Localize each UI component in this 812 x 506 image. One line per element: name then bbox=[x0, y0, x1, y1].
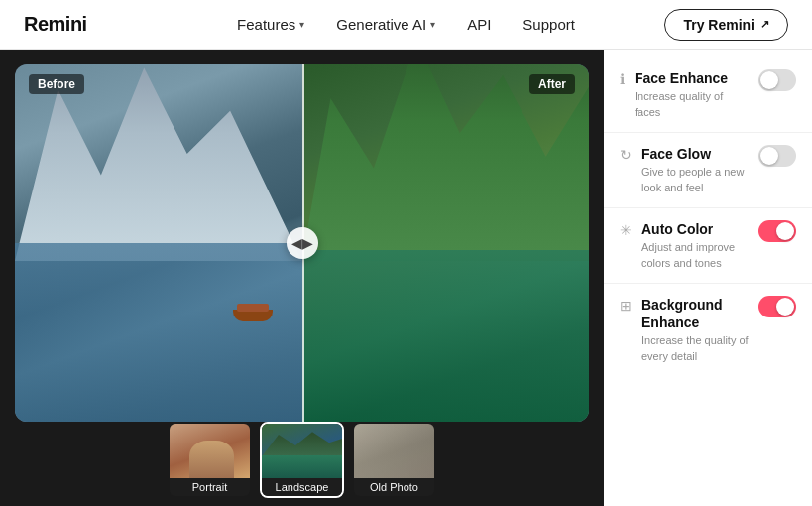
sparkle-icon: ✳ bbox=[620, 222, 632, 238]
compare-container[interactable]: Before After ◀▶ bbox=[15, 64, 589, 422]
face-enhance-title: Face Enhance bbox=[635, 69, 751, 87]
face-glow-desc: Give to people a new look and feel bbox=[641, 165, 751, 195]
thumbnail-portrait[interactable]: Portrait bbox=[168, 422, 252, 498]
face-enhance-header: ℹ Face Enhance Increase quality of faces bbox=[620, 69, 796, 120]
landscape-preview bbox=[262, 424, 344, 478]
auto-color-track bbox=[758, 220, 796, 242]
face-enhance-toggle[interactable] bbox=[758, 69, 796, 91]
background-enhance-thumb bbox=[776, 298, 794, 316]
logo[interactable]: Remini bbox=[24, 13, 87, 36]
thumbnail-landscape[interactable]: Landscape bbox=[260, 422, 344, 498]
face-enhance-thumb bbox=[760, 71, 778, 89]
after-label: After bbox=[529, 74, 575, 94]
refresh-icon: ↻ bbox=[620, 147, 632, 163]
face-enhance-section: ℹ Face Enhance Increase quality of faces bbox=[604, 58, 812, 133]
right-panel: ℹ Face Enhance Increase quality of faces… bbox=[604, 50, 812, 506]
auto-color-thumb bbox=[776, 222, 794, 240]
portrait-preview bbox=[170, 424, 252, 478]
photo-area: Before After ◀▶ Portrait Landscape Old P… bbox=[0, 50, 604, 506]
compare-arrows-icon: ◀▶ bbox=[291, 235, 313, 251]
background-enhance-desc: Increase the quality of every detail bbox=[641, 333, 751, 364]
face-glow-section: ↻ Face Glow Give to people a new look an… bbox=[604, 133, 812, 208]
chevron-down-icon: ▾ bbox=[430, 19, 435, 30]
face-glow-track bbox=[758, 145, 796, 167]
background-enhance-title: Background Enhance bbox=[641, 296, 751, 331]
boat-object bbox=[233, 304, 273, 321]
grid-icon: ⊞ bbox=[620, 298, 632, 314]
navbar: Remini Features ▾ Generative AI ▾ API Su… bbox=[0, 0, 812, 50]
portrait-label: Portrait bbox=[170, 478, 250, 496]
external-link-icon: ↗ bbox=[760, 18, 769, 31]
nav-generative-ai[interactable]: Generative AI ▾ bbox=[336, 16, 435, 33]
background-enhance-track bbox=[758, 296, 796, 317]
background-enhance-toggle[interactable] bbox=[758, 296, 796, 317]
face-glow-title: Face Glow bbox=[641, 145, 751, 163]
info-icon: ℹ bbox=[620, 71, 625, 87]
nav-links: Features ▾ Generative AI ▾ API Support bbox=[237, 16, 575, 33]
nav-support[interactable]: Support bbox=[522, 16, 575, 33]
nav-features[interactable]: Features ▾ bbox=[237, 16, 304, 33]
thumbnail-oldphoto[interactable]: Old Photo bbox=[352, 422, 436, 498]
nav-api[interactable]: API bbox=[467, 16, 491, 33]
background-enhance-section: ⊞ Background Enhance Increase the qualit… bbox=[604, 284, 812, 376]
try-remini-button[interactable]: Try Remini ↗ bbox=[664, 9, 788, 41]
after-image bbox=[302, 64, 590, 422]
auto-color-title: Auto Color bbox=[641, 220, 751, 238]
auto-color-desc: Adjust and improve colors and tones bbox=[641, 240, 751, 271]
compare-divider-handle[interactable]: ◀▶ bbox=[287, 227, 318, 259]
auto-color-header: ✳ Auto Color Adjust and improve colors a… bbox=[620, 220, 796, 271]
face-enhance-desc: Increase quality of faces bbox=[635, 89, 751, 120]
auto-color-section: ✳ Auto Color Adjust and improve colors a… bbox=[604, 208, 812, 284]
face-glow-thumb bbox=[760, 147, 778, 165]
oldphoto-preview bbox=[354, 424, 436, 478]
main-content: Before After ◀▶ Portrait Landscape Old P… bbox=[0, 50, 812, 506]
background-enhance-header: ⊞ Background Enhance Increase the qualit… bbox=[620, 296, 796, 364]
chevron-down-icon: ▾ bbox=[299, 19, 304, 30]
face-glow-toggle[interactable] bbox=[758, 145, 796, 167]
before-label: Before bbox=[29, 74, 84, 94]
oldphoto-label: Old Photo bbox=[354, 478, 434, 496]
auto-color-toggle[interactable] bbox=[758, 220, 796, 242]
landscape-label: Landscape bbox=[262, 478, 342, 496]
boat-hull bbox=[233, 310, 273, 321]
thumbnails-row: Portrait Landscape Old Photo bbox=[15, 422, 589, 498]
face-glow-header: ↻ Face Glow Give to people a new look an… bbox=[620, 145, 796, 195]
face-enhance-track bbox=[758, 69, 796, 91]
